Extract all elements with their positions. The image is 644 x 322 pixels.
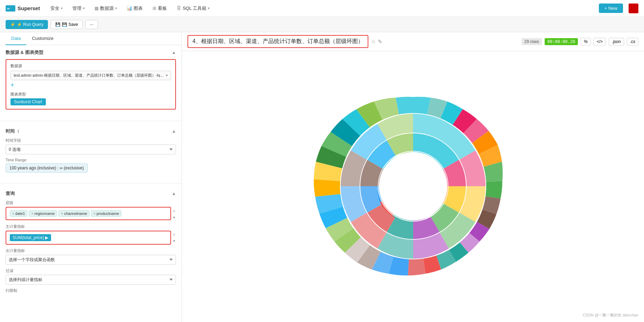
execution-time-badge: 00:00:00.20 (545, 38, 578, 45)
tag-productname-label: productname (97, 211, 119, 216)
more-options-button[interactable]: ··· (85, 20, 98, 29)
query-section-title: 查询 (6, 190, 15, 197)
datasource-box: 数据源 test.admin admin·根据日期、区域、渠道、产品统计订单数、… (6, 59, 176, 110)
time-range-button[interactable]: 100 years ago (inclusive) : ∞ (exclusive… (6, 163, 88, 173)
tag-date1[interactable]: × date1 (10, 210, 27, 217)
chart-area: CSDN @一飘一飘的饮 alanchan (182, 51, 644, 322)
star-icon[interactable]: ☆ (371, 38, 376, 45)
save-button[interactable]: 💾 💾 Save (51, 20, 83, 29)
time-range-row: Time Range 100 years ago (inclusive) : ∞… (6, 158, 176, 173)
time-section-header[interactable]: 时间 ℹ ▲ (6, 128, 176, 134)
app-logo[interactable]: ∞ Superset (6, 5, 40, 12)
chart-type-badge[interactable]: Sunburst Chart (10, 98, 171, 105)
toolbar: ⚡ ⚡ Run Query 💾 💾 Save ··· (0, 17, 644, 32)
nav-item-datasource[interactable]: ▦ 数据源 ▾ (91, 4, 120, 13)
sql-icon: 🗄 (177, 6, 181, 11)
remove-tag-icon[interactable]: × (12, 212, 14, 216)
tag-date1-label: date1 (15, 211, 25, 216)
chart-icon: 📊 (127, 6, 132, 11)
app-name: Superset (17, 5, 40, 11)
datasource-add-button[interactable]: + (10, 82, 171, 89)
primary-metric-box: SUM(total_price) ▶ (6, 231, 171, 245)
datasource-value: test.admin admin·根据日期、区域、渠道、产品统计订单数、订单总额… (14, 73, 164, 78)
primary-metric-label: 主计量指标 (6, 224, 176, 229)
time-section-title: 时间 ℹ (6, 128, 19, 134)
secondary-metric-label: 次计量指标 (6, 248, 176, 253)
edit-icon[interactable]: ✎ (378, 38, 382, 45)
info-icon: ℹ (17, 129, 19, 133)
export-code-button[interactable]: </> (594, 38, 606, 46)
chart-title-box: 4、根据日期、区域、渠道、产品统计订单数、订单总额（层级环图） (187, 35, 368, 48)
filter-row: 过滤 选择列或计量指标 (6, 268, 176, 285)
new-button-label: + New (604, 6, 617, 11)
tags-x-button[interactable]: × (172, 208, 176, 214)
time-section: 时间 ℹ ▲ 时间字段 0 选项 Time Range 100 years ag… (0, 124, 182, 180)
save-label: 💾 Save (62, 22, 78, 27)
primary-metric-tag[interactable]: SUM(total_price) ▶ (10, 234, 51, 241)
right-panel: 4、根据日期、区域、渠道、产品统计订单数、订单总额（层级环图） ☆ ✎ 29 r… (182, 32, 644, 322)
query-section: 查询 ▲ 层级 × date1 × regionname (0, 186, 182, 301)
tab-data[interactable]: Data (6, 32, 26, 45)
chart-title: 4、根据日期、区域、渠道、产品统计订单数、订单总额（层级环图） (192, 38, 363, 44)
chart-header-icons: ☆ ✎ (371, 38, 382, 45)
save-icon: 💾 (55, 22, 61, 27)
run-query-icon: ⚡ (10, 22, 15, 27)
datasource-select[interactable]: test.admin admin·根据日期、区域、渠道、产品统计订单数、订单总额… (10, 71, 171, 80)
primary-metric-row: 主计量指标 SUM(total_price) ▶ × ▾ (6, 224, 176, 245)
svg-text:∞: ∞ (7, 6, 10, 10)
tag-channelname-label: channelname (64, 211, 87, 216)
section-divider-2 (0, 183, 182, 183)
chevron-down-icon: ▾ (61, 6, 63, 10)
secondary-metric-select[interactable]: 选择一个字段或聚合函数 (6, 255, 176, 265)
remove-tag-icon[interactable]: × (61, 212, 63, 216)
tabs-bar: Data Customize (0, 32, 182, 45)
query-section-header[interactable]: 查询 ▲ (6, 190, 176, 197)
chevron-down-icon: ▾ (115, 6, 117, 10)
ellipsis-icon: ··· (90, 22, 93, 27)
tab-customize[interactable]: Customize (26, 32, 59, 45)
sunburst-chart (305, 78, 522, 296)
time-field-select[interactable]: 0 选项 (6, 145, 176, 154)
run-query-label: ⚡ Run Query (17, 22, 43, 27)
metric-chevron-button[interactable]: ▾ (172, 238, 176, 244)
charts-label: 图表 (134, 5, 143, 12)
tag-productname[interactable]: × productname (91, 210, 121, 217)
nav-item-charts[interactable]: 📊 图表 (123, 4, 146, 13)
filter-label: 过滤 (6, 268, 176, 273)
run-query-button[interactable]: ⚡ ⚡ Run Query (6, 20, 48, 29)
remove-tag-icon[interactable]: × (93, 212, 95, 216)
datasource-section-header[interactable]: 数据源 & 图表类型 ▲ (6, 49, 176, 56)
user-avatar[interactable] (629, 4, 638, 13)
chevron-down-icon: ▾ (166, 73, 168, 78)
tag-regionname-label: regionname (34, 211, 55, 216)
time-range-label: Time Range (6, 158, 176, 162)
export-json-button[interactable]: .json (609, 38, 624, 46)
security-label: 安全 (50, 5, 59, 12)
nav-item-security[interactable]: 安全 ▾ (47, 4, 66, 13)
primary-metric-value: SUM(total_price) ▶ (13, 235, 48, 240)
metric-x-button[interactable]: × (172, 232, 176, 237)
dashboard-label: 看板 (158, 5, 167, 12)
section-divider (0, 121, 182, 121)
admin-label: 管理 (72, 5, 82, 12)
tag-regionname[interactable]: × regionname (29, 210, 57, 217)
hierarchy-label: 层级 (6, 200, 176, 205)
nav-item-admin[interactable]: 管理 ▾ (69, 4, 88, 13)
remove-tag-icon[interactable]: × (31, 212, 33, 216)
collapse-icon: ▲ (172, 50, 176, 55)
new-button[interactable]: + New (599, 4, 623, 13)
tag-channelname[interactable]: × channelname (58, 210, 90, 217)
tags-chevron-button[interactable]: ▾ (172, 215, 176, 220)
limit-row: 行限制 (6, 288, 176, 293)
nav-item-sql[interactable]: 🗄 SQL 工具箱 ▾ (173, 4, 213, 13)
filter-select[interactable]: 选择列或计量指标 (6, 275, 176, 285)
database-icon: ▦ (94, 6, 99, 11)
datasource-field-label: 数据源 (10, 63, 171, 69)
export-percent-button[interactable]: % (581, 38, 591, 46)
export-csv-button[interactable]: .cs (627, 38, 638, 46)
dashboard-icon: ⊞ (153, 6, 156, 11)
nav-item-dashboard[interactable]: ⊞ 看板 (149, 4, 170, 13)
main-layout: Data Customize 数据源 & 图表类型 ▲ 数据源 test.adm… (0, 32, 644, 322)
hierarchy-tags-box[interactable]: × date1 × regionname × channelname × (6, 207, 171, 220)
datasource-label: 数据源 (100, 5, 114, 12)
